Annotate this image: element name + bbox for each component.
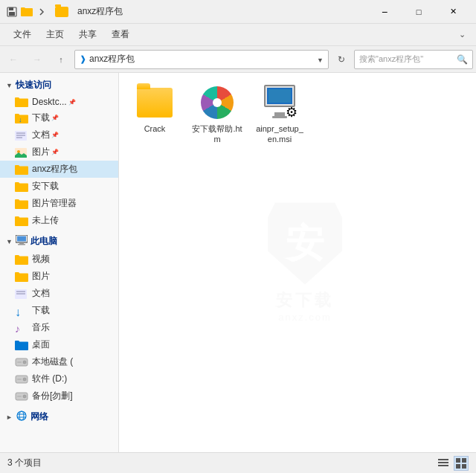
statusbar: 3 个项目 [0,452,476,473]
sidebar-item-music[interactable]: ♪ 音乐 [0,319,118,336]
sidebar-item-hdd2[interactable]: 软件 (D:) [0,370,118,387]
sidebar-dsk-label: 桌面 [32,338,50,351]
msi-file-label: ainpr_setup_en.msi [254,123,305,145]
details-view-button[interactable] [436,456,451,471]
watermark-text1: 安下载 [276,289,334,312]
sidebar-docs-label: 文档 [32,129,50,141]
sidebar-anxz-label: anxz程序包 [32,163,77,176]
computer-label: 此电脑 [30,235,57,248]
sidebar-item-images[interactable]: 图片 📌 [0,144,118,161]
statusbar-right [436,456,469,471]
network-header[interactable]: ► 网络 [0,408,118,426]
file-item-htm[interactable]: 安下载帮助.htm [189,80,245,149]
sidebar-images-label: 图片 [32,146,50,158]
refresh-button[interactable]: ↻ [332,50,351,69]
computer-header[interactable]: ▼ 此电脑 [0,232,118,251]
sidebar-music-label: 音乐 [32,321,50,334]
address-bar[interactable]: ❱ anxz程序包 ▼ [74,50,329,69]
sidebar: ▼ 快速访问 Desktc... 📌 ↓ 下载 📌 文档 📌 [0,73,119,452]
file-item-msi[interactable]: ⚙ ainpr_setup_en.msi [251,80,308,149]
sidebar-item-dsk[interactable]: 桌面 [0,336,118,353]
svg-rect-32 [438,462,448,463]
network-icon-svg [16,411,28,423]
sidebar-doc-label: 文档 [32,287,50,300]
sidebar-item-anxz[interactable]: anxz程序包 [0,161,118,178]
svg-rect-1 [9,7,13,10]
svg-point-26 [17,411,26,420]
anzaixai-folder-icon [15,181,28,192]
menu-home[interactable]: 主页 [39,25,71,44]
pin-icon3: 📌 [51,132,59,138]
search-icon[interactable]: 🔍 [457,54,468,65]
sidebar-item-anzaixai[interactable]: 安下载 [0,178,118,195]
toolbar: ← → ↑ ❱ anxz程序包 ▼ ↻ 搜索"anxz程序包" 🔍 [0,46,476,73]
svg-rect-35 [462,458,466,463]
search-placeholder: 搜索"anxz程序包" [359,54,423,65]
menubar: 文件 主页 共享 查看 ⌄ [0,24,476,46]
sidebar-item-docs[interactable]: 文档 📌 [0,126,118,144]
pin-icon4: 📌 [51,149,59,155]
dl-icon: ↓ [15,306,28,316]
menu-view[interactable]: 查看 [104,25,137,44]
menu-file[interactable]: 文件 [6,25,39,44]
up-button[interactable]: ↑ [51,49,71,70]
computer-icon-svg [16,235,28,248]
files-grid: Crack 安下载帮助.htm [126,80,469,149]
sidebar-item-desktop[interactable]: Desktc... 📌 [0,94,118,109]
crack-file-label: Crack [144,123,166,134]
hdd1-icon [15,357,28,367]
address-chevron: ❱ [80,54,86,64]
sidebar-unsync-label: 未上传 [32,214,59,227]
pin-icon2: 📌 [51,115,59,121]
sidebar-download-label: 下载 [32,112,50,124]
dsk-icon [15,340,28,350]
menu-share[interactable]: 共享 [71,25,104,44]
status-count: 3 个项目 [7,457,42,469]
svg-rect-12 [19,242,24,244]
icons-view-button[interactable] [454,456,469,471]
window-title: anxz程序包 [77,5,123,18]
sidebar-pic-label: 图片 [32,270,50,283]
sidebar-anzaixai-label: 安下载 [32,180,59,193]
video-folder-icon [15,254,28,265]
hdd2-icon [15,374,28,384]
close-button[interactable]: ✕ [436,0,470,24]
svg-rect-13 [18,244,25,245]
main-area: ▼ 快速访问 Desktc... 📌 ↓ 下载 📌 文档 📌 [0,73,476,452]
expand-ribbon-button[interactable]: ⌄ [454,30,470,39]
crack-folder-icon [137,85,173,120]
folder-icon [21,6,33,18]
back-button[interactable]: ← [3,49,24,70]
svg-text:安: 安 [283,222,324,265]
network-label: 网络 [30,411,48,423]
sidebar-item-imgmgr[interactable]: 图片管理器 [0,195,118,212]
quick-access-header[interactable]: ▼ 快速访问 [0,76,118,94]
sidebar-item-backup[interactable]: 备份[勿删] [0,387,118,405]
msi-file-icon: ⚙ [262,85,298,120]
save-icon [6,6,18,18]
file-item-crack[interactable]: Crack [126,80,183,149]
titlebar-left: anxz程序包 [6,5,367,18]
address-dropdown-icon[interactable]: ▼ [317,54,324,65]
svg-point-24 [23,395,26,398]
minimize-button[interactable]: − [367,0,402,24]
maximize-button[interactable]: □ [402,0,436,24]
search-bar[interactable]: 搜索"anxz程序包" 🔍 [354,50,473,69]
sidebar-item-video[interactable]: 视频 [0,251,118,268]
sidebar-imgmgr-label: 图片管理器 [32,197,77,210]
svg-rect-36 [456,464,460,469]
sidebar-item-dl[interactable]: ↓ 下载 [0,302,118,319]
imgmgr-folder-icon [15,199,28,209]
sidebar-item-download[interactable]: ↓ 下载 📌 [0,109,118,126]
watermark: 安 安下载 anxz.com [268,203,342,323]
anxz-folder-icon [15,164,28,175]
sidebar-item-pic[interactable]: 图片 [0,268,118,285]
sidebar-item-unsync[interactable]: 未上传 [0,212,118,229]
svg-rect-22 [17,379,22,380]
forward-button[interactable]: → [27,49,48,70]
pic-folder-icon [15,271,28,282]
network-chevron: ► [6,414,13,421]
sidebar-item-hdd1[interactable]: 本地磁盘 ( [0,353,118,370]
sidebar-item-doc[interactable]: 文档 [0,285,118,302]
titlebar: anxz程序包 − □ ✕ [0,0,476,24]
